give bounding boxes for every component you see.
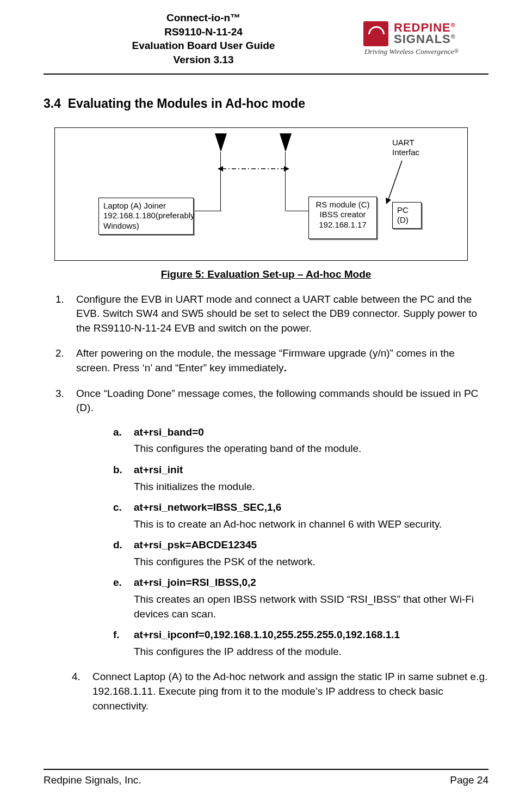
footer-company: Redpine Signals, Inc. bbox=[44, 774, 141, 786]
page: Connect-io-n™ RS9110-N-11-24 Evaluation … bbox=[0, 0, 532, 808]
header-line3: Evaluation Board User Guide bbox=[44, 39, 363, 53]
pc-label-line1: PC bbox=[397, 205, 409, 215]
svg-line-5 bbox=[388, 161, 402, 201]
uart-label: UART Interfac bbox=[392, 138, 419, 158]
svg-marker-1 bbox=[280, 133, 292, 152]
page-footer: Redpine Signals, Inc. Page 24 bbox=[44, 769, 488, 786]
section-heading: 3.4 Evaluating the Modules in Ad-hoc mod… bbox=[44, 96, 488, 111]
desc-e: This creates an open IBSS network with S… bbox=[134, 592, 488, 621]
uart-label-line2: Interfac bbox=[392, 148, 419, 157]
antenna-left-icon bbox=[215, 133, 227, 152]
link-laptop-line bbox=[193, 211, 221, 211]
desc-b: This initializes the module. bbox=[134, 480, 488, 494]
rs-module-box: RS module (C) IBSS creator 192.168.1.17 bbox=[308, 197, 377, 239]
desc-d: This configures the PSK of the network. bbox=[134, 555, 488, 570]
command-sublist: at+rsi_band=0 This configures the operat… bbox=[113, 425, 488, 659]
footer-page-number: Page 24 bbox=[450, 774, 488, 786]
uart-label-line1: UART bbox=[392, 138, 415, 147]
substep-d: at+rsi_psk=ABCDE12345 This configures th… bbox=[113, 538, 488, 569]
pc-label-line2: (D) bbox=[397, 215, 409, 224]
cmd-c: at+rsi_network=IBSS_SEC,1,6 bbox=[134, 500, 488, 515]
cmd-f: at+rsi_ipconf=0,192.168.1.10,255.255.255… bbox=[134, 628, 488, 642]
laptop-box: Laptop (A) Joiner 192.168.1.180(preferab… bbox=[98, 198, 194, 235]
figure-diagram: Laptop (A) Joiner 192.168.1.180(preferab… bbox=[54, 127, 468, 261]
pc-box: PC (D) bbox=[392, 202, 422, 229]
header-line1: Connect-io-n™ bbox=[44, 11, 363, 25]
substep-e: at+rsi_join=RSI_IBSS,0,2 This creates an… bbox=[113, 576, 488, 621]
page-header: Connect-io-n™ RS9110-N-11-24 Evaluation … bbox=[44, 0, 488, 75]
logo-text: REDPINE® SIGNALS® bbox=[394, 22, 456, 45]
logo-line2: SIGNALS® bbox=[394, 34, 456, 45]
antenna-right-icon bbox=[280, 133, 292, 152]
step-1: Configure the EVB in UART mode and conne… bbox=[55, 292, 488, 336]
cmd-a: at+rsi_band=0 bbox=[134, 425, 488, 440]
section-number: 3.4 bbox=[44, 96, 61, 111]
cmd-e: at+rsi_join=RSI_IBSS,0,2 bbox=[134, 576, 488, 590]
logo-top-row: REDPINE® SIGNALS® bbox=[363, 21, 456, 46]
svg-marker-0 bbox=[215, 133, 227, 152]
desc-f: This configures the IP address of the mo… bbox=[134, 645, 488, 659]
section-title: Evaluating the Modules in Ad-hoc mode bbox=[68, 96, 305, 111]
header-title-block: Connect-io-n™ RS9110-N-11-24 Evaluation … bbox=[44, 11, 363, 67]
substep-b: at+rsi_init This initializes the module. bbox=[113, 463, 488, 494]
substep-f: at+rsi_ipconf=0,192.168.1.10,255.255.255… bbox=[113, 628, 488, 659]
antenna-left-stem bbox=[220, 152, 221, 211]
step-2: After powering on the module, the messag… bbox=[55, 346, 488, 375]
logo-mark-icon bbox=[363, 21, 388, 46]
substep-c: at+rsi_network=IBSS_SEC,1,6 This is to c… bbox=[113, 500, 488, 531]
step-4: Connect Laptop (A) to the Ad-hoc network… bbox=[72, 670, 488, 713]
link-rs-line bbox=[286, 211, 308, 211]
figure-caption: Figure 5: Evaluation Set-up – Ad-hoc Mod… bbox=[44, 268, 488, 280]
cmd-d: at+rsi_psk=ABCDE12345 bbox=[134, 538, 488, 553]
step-3: Once “Loading Done” message comes, the f… bbox=[55, 387, 488, 659]
logo-tagline: Driving Wireless Convergence® bbox=[364, 47, 459, 56]
uart-pointer-arrow-icon bbox=[383, 161, 405, 204]
step-list: Configure the EVB in UART mode and conne… bbox=[44, 292, 488, 714]
wireless-link-arrow-icon bbox=[218, 165, 289, 173]
substep-a: at+rsi_band=0 This configures the operat… bbox=[113, 425, 488, 456]
desc-a: This configures the operating band of th… bbox=[134, 442, 488, 456]
antenna-right-stem bbox=[285, 152, 286, 211]
header-line2: RS9110-N-11-24 bbox=[44, 25, 363, 39]
header-line4: Version 3.13 bbox=[44, 53, 363, 67]
desc-c: This is to create an Ad-hoc network in c… bbox=[134, 517, 488, 532]
cmd-b: at+rsi_init bbox=[134, 463, 488, 478]
redpine-logo: REDPINE® SIGNALS® Driving Wireless Conve… bbox=[363, 21, 488, 56]
